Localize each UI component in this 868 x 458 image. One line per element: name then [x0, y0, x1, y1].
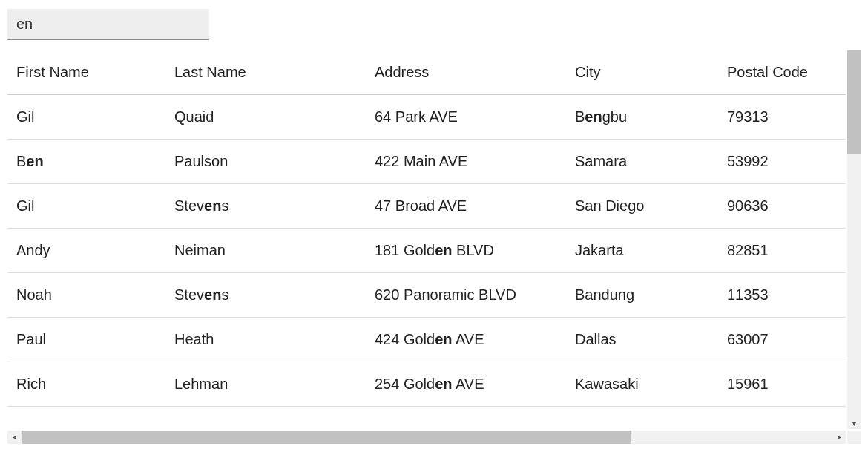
cell-last-name[interactable]: Stevens — [165, 273, 366, 318]
cell-last-name[interactable]: Neiman — [165, 229, 366, 273]
cell-first-name[interactable]: Noah — [7, 273, 165, 318]
cell-postal[interactable]: 53992 — [718, 140, 846, 184]
table-header-row: First Name Last Name Address City Postal… — [7, 50, 846, 95]
cell-postal[interactable]: 11353 — [718, 273, 846, 318]
cell-address[interactable]: 620 Panoramic BLVD — [366, 273, 566, 318]
col-header-last-name[interactable]: Last Name — [165, 50, 366, 95]
scroll-right-arrow-icon[interactable]: ▸ — [832, 431, 846, 444]
table-row[interactable]: RichLehman254 Golden AVEKawasaki15961 — [7, 362, 846, 407]
cell-address[interactable]: 254 Golden AVE — [366, 362, 566, 407]
cell-city[interactable]: Jakarta — [566, 229, 718, 273]
cell-city[interactable]: Bandung — [566, 273, 718, 318]
scroll-down-arrow-icon[interactable]: ▾ — [847, 419, 861, 429]
table-row[interactable]: AndyNeiman181 Golden BLVDJakarta82851 — [7, 229, 846, 273]
cell-postal[interactable]: 90636 — [718, 184, 846, 229]
table-row[interactable]: PaulHeath424 Golden AVEDallas63007 — [7, 318, 846, 362]
col-header-first-name[interactable]: First Name — [7, 50, 165, 95]
cell-first-name[interactable]: Ben — [7, 140, 165, 184]
table-row[interactable]: NoahStevens620 Panoramic BLVDBandung1135… — [7, 273, 846, 318]
horizontal-scrollbar[interactable]: ◂ ▸ — [7, 431, 846, 444]
cell-city[interactable]: Bengbu — [566, 95, 718, 140]
cell-last-name[interactable]: Stevens — [165, 184, 366, 229]
cell-last-name[interactable]: Quaid — [165, 95, 366, 140]
grid-viewport: First Name Last Name Address City Postal… — [7, 50, 846, 428]
cell-city[interactable]: Dallas — [566, 318, 718, 362]
scrollbar-corner — [847, 431, 861, 444]
data-grid: First Name Last Name Address City Postal… — [7, 50, 861, 444]
cell-postal[interactable]: 63007 — [718, 318, 846, 362]
cell-postal[interactable]: 82851 — [718, 229, 846, 273]
cell-first-name[interactable]: Rich — [7, 362, 165, 407]
scroll-left-arrow-icon[interactable]: ◂ — [7, 431, 21, 444]
cell-postal[interactable]: 15961 — [718, 362, 846, 407]
cell-last-name[interactable]: Heath — [165, 318, 366, 362]
table-row[interactable]: GilStevens47 Broad AVESan Diego90636 — [7, 184, 846, 229]
cell-address[interactable]: 64 Park AVE — [366, 95, 566, 140]
cell-city[interactable]: Samara — [566, 140, 718, 184]
table-row[interactable]: GilQuaid64 Park AVEBengbu79313 — [7, 95, 846, 140]
cell-address[interactable]: 424 Golden AVE — [366, 318, 566, 362]
cell-last-name[interactable]: Paulson — [165, 140, 366, 184]
vertical-scrollbar[interactable]: ▾ — [847, 50, 861, 429]
horizontal-scrollbar-thumb[interactable] — [22, 431, 631, 444]
cell-first-name[interactable]: Gil — [7, 184, 165, 229]
cell-first-name[interactable]: Andy — [7, 229, 165, 273]
col-header-city[interactable]: City — [566, 50, 718, 95]
vertical-scrollbar-thumb[interactable] — [847, 50, 861, 154]
cell-city[interactable]: Kawasaki — [566, 362, 718, 407]
cell-first-name[interactable]: Gil — [7, 95, 165, 140]
cell-first-name[interactable]: Paul — [7, 318, 165, 362]
table-row[interactable]: BenPaulson422 Main AVESamara53992 — [7, 140, 846, 184]
cell-postal[interactable]: 79313 — [718, 95, 846, 140]
cell-address[interactable]: 47 Broad AVE — [366, 184, 566, 229]
cell-address[interactable]: 422 Main AVE — [366, 140, 566, 184]
data-table: First Name Last Name Address City Postal… — [7, 50, 846, 407]
col-header-postal[interactable]: Postal Code — [718, 50, 846, 95]
cell-city[interactable]: San Diego — [566, 184, 718, 229]
search-input[interactable] — [7, 9, 209, 40]
cell-last-name[interactable]: Lehman — [165, 362, 366, 407]
col-header-address[interactable]: Address — [366, 50, 566, 95]
cell-address[interactable]: 181 Golden BLVD — [366, 229, 566, 273]
